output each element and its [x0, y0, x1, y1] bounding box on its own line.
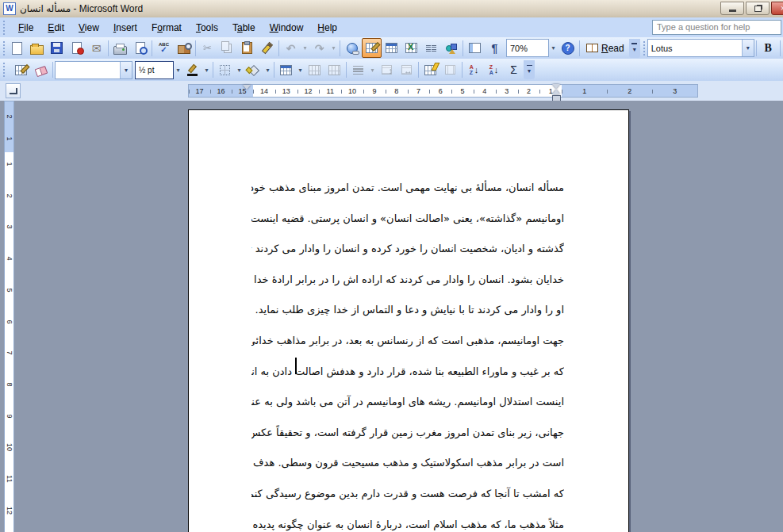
distribute-columns-button[interactable]: ↔ [397, 60, 416, 80]
borders-icon [220, 65, 230, 75]
eraser-button[interactable] [31, 60, 51, 80]
insert-table-dropdown[interactable]: ▾ [296, 61, 305, 79]
toolbar-grip[interactable] [3, 63, 9, 77]
draw-table-button[interactable] [11, 60, 31, 80]
merge-cells-button[interactable] [305, 60, 324, 80]
menu-window[interactable]: Window [263, 20, 311, 36]
undo-button[interactable]: ↶ [281, 38, 301, 58]
document-line[interactable]: اینست استدلال اومانیسم. ریشه های اومانیس… [251, 387, 564, 418]
document-line[interactable]: اومانیسم «گذاشته»، یعنی «اصالت انسان» و … [251, 204, 564, 235]
question-box[interactable]: Type a question for help [652, 20, 781, 35]
toolbar-options-button[interactable]: ▾ [629, 39, 640, 58]
tab-selector-button[interactable] [6, 83, 21, 98]
zoom-combo[interactable]: 70% [506, 39, 549, 57]
menu-table[interactable]: Table [225, 20, 263, 36]
toolbar-grip[interactable] [3, 41, 5, 55]
left-indent-marker[interactable] [243, 85, 251, 90]
line-style-combo[interactable]: ▾ [55, 61, 132, 79]
insert-table-button[interactable] [382, 38, 401, 58]
document-line[interactable]: خدایان بشود. انسان را وادار می کردند که … [251, 265, 564, 296]
research-button[interactable] [174, 38, 194, 58]
line-weight-combo[interactable]: ½ pt [135, 61, 174, 79]
toolbar-grip[interactable] [643, 41, 645, 55]
document-map-button[interactable] [465, 38, 485, 58]
borders-dropdown[interactable]: ▾ [235, 61, 244, 79]
hanging-indent-marker[interactable] [552, 90, 560, 94]
document-line[interactable]: است در برابر مذهب اسکولاستیک و مذهب مسیح… [251, 448, 564, 479]
insert-excel-button[interactable]: X [401, 38, 421, 58]
hyperlink-button[interactable] [342, 38, 362, 58]
distribute-rows-button[interactable]: ↕ [377, 60, 397, 80]
new-document-button[interactable] [7, 38, 27, 58]
line-style-dropdown[interactable]: ▾ [120, 62, 132, 78]
zoom-dropdown[interactable]: ▾ [549, 39, 558, 57]
paste-button[interactable] [237, 38, 257, 58]
document-line[interactable]: جهت اومانیسم، مذهبی است که از رنسانس به … [251, 326, 564, 357]
split-cells-button[interactable] [324, 60, 344, 80]
autosum-button[interactable]: Σ [504, 60, 524, 80]
line-weight-dropdown[interactable]: ▾ [174, 61, 182, 79]
document-line[interactable]: مسأله انسان، مسألهٔ بی نهایت مهمی است. ت… [251, 173, 564, 204]
document-text[interactable]: مسأله انسان، مسألهٔ بی نهایت مهمی است. ت… [251, 173, 564, 532]
text-direction-button[interactable] [440, 60, 460, 80]
menu-view[interactable]: View [71, 20, 106, 36]
toolbar-grip[interactable] [3, 21, 9, 35]
cut-button[interactable]: ✂ [198, 38, 217, 58]
sort-ascending-button[interactable]: AZ ↓ [464, 60, 484, 80]
print-preview-button[interactable] [130, 38, 150, 58]
permission-button[interactable] [67, 38, 86, 58]
toolbar-options-button[interactable]: ▾ [524, 60, 535, 79]
bold-button[interactable]: B [758, 38, 778, 58]
save-button[interactable] [47, 38, 67, 58]
menu-insert[interactable]: Insert [106, 20, 144, 36]
menu-file[interactable]: File [11, 20, 40, 36]
border-color-button[interactable] [182, 60, 202, 80]
menu-edit[interactable]: Edit [40, 20, 71, 36]
shading-button[interactable] [244, 60, 263, 80]
sort-descending-button[interactable]: ZA ↓ [484, 60, 504, 80]
horizontal-ruler[interactable]: 171615 1413121110987654321 123 [188, 84, 698, 98]
restore-button[interactable] [746, 2, 770, 15]
document-line[interactable]: او را وادار می کردند تا با نیایش و دعا و… [251, 295, 564, 326]
font-dropdown[interactable]: ▾ [742, 40, 754, 56]
minimize-button[interactable] [720, 2, 744, 15]
close-button[interactable]: × [771, 2, 783, 15]
cell-alignment-button[interactable] [348, 60, 368, 80]
document-line[interactable]: که بر غیب و ماوراء الطبیعه بنا شده، قرار… [251, 357, 564, 388]
ruler-number: 1 [6, 135, 13, 144]
help-button[interactable]: ? [558, 38, 578, 58]
vertical-ruler[interactable]: 21123456789101112 [4, 101, 14, 532]
menu-help[interactable]: Help [310, 20, 344, 36]
open-button[interactable] [27, 38, 47, 58]
print-button[interactable] [110, 38, 130, 58]
menu-format[interactable]: Format [144, 20, 189, 36]
spelling-button[interactable]: ABC ✓ [154, 38, 174, 58]
first-line-indent-marker[interactable] [552, 84, 560, 89]
columns-button[interactable] [421, 38, 441, 58]
font-combo[interactable]: Lotus ▾ [647, 39, 754, 57]
document-line[interactable]: مثلاً مذهب ما، که مذهب اسلام است، درباره… [251, 510, 564, 532]
shading-dropdown[interactable]: ▾ [263, 61, 272, 79]
document-page[interactable]: مسأله انسان، مسألهٔ بی نهایت مهمی است. ت… [188, 109, 629, 532]
read-button[interactable]: Read [581, 38, 629, 58]
email-button[interactable]: ✉ [86, 38, 106, 58]
menu-tools[interactable]: Tools [189, 20, 225, 36]
document-line[interactable]: که امشب تا آنجا که فرصت هست و قدرت دارم … [251, 479, 564, 510]
format-painter-button[interactable] [257, 38, 277, 58]
redo-button[interactable]: ↷ [309, 38, 329, 58]
zoom-value: 70% [507, 44, 548, 53]
redo-dropdown[interactable]: ▾ [329, 39, 338, 57]
cell-alignment-dropdown[interactable]: ▾ [368, 61, 377, 79]
drawing-button[interactable] [441, 38, 461, 58]
copy-icon [221, 41, 229, 51]
document-line[interactable]: جهانی، زیر بنای تمدن امروز مغرب زمین قرا… [251, 418, 564, 449]
insert-table-button-2[interactable] [276, 60, 296, 80]
undo-dropdown[interactable]: ▾ [301, 39, 309, 57]
border-color-dropdown[interactable]: ▾ [202, 61, 211, 79]
borders-button[interactable] [215, 60, 235, 80]
show-hide-button[interactable]: ¶ [485, 38, 505, 58]
tables-and-borders-button[interactable] [362, 38, 382, 58]
document-line[interactable]: گذشته و ادیان، شخصیت انسان را خورد کرده … [251, 234, 564, 265]
table-autoformat-button[interactable] [420, 60, 440, 80]
copy-button[interactable] [217, 38, 237, 58]
